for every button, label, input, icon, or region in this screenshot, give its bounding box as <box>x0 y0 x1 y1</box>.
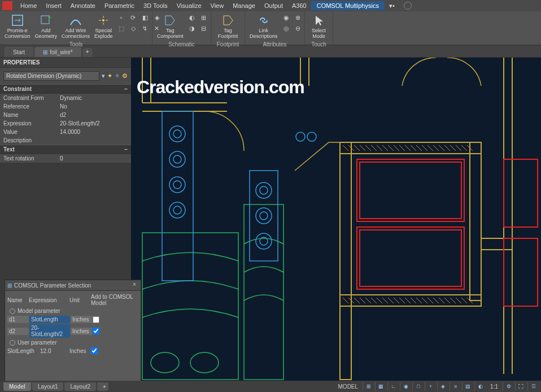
tab-add-button[interactable]: + <box>82 48 93 57</box>
ribbon-group-tools: Promis-e Conversion + Add Geometry Add W… <box>0 11 152 45</box>
svg-point-35 <box>296 132 305 141</box>
tag-component-button[interactable]: Tag Component <box>156 12 185 41</box>
svg-rect-4 <box>340 142 481 154</box>
menu-home[interactable]: Home <box>16 1 41 10</box>
lock-icon: ⊞ <box>43 49 47 55</box>
tab-layout2[interactable]: Layout2 <box>64 382 96 391</box>
user-param-row[interactable]: SlotLength 12.0 Inches <box>7 347 138 355</box>
constraint-form-value[interactable]: Dynamic <box>60 95 82 101</box>
drawing-canvas[interactable]: Crackedversion.com <box>131 58 541 381</box>
tag-icon <box>163 14 177 27</box>
snap-icon[interactable]: ▦ <box>375 382 386 391</box>
prop-tool-2-icon[interactable]: ✧ <box>115 72 120 80</box>
menu-visualize[interactable]: Visualize <box>172 1 206 10</box>
menu-3dtools[interactable]: 3D Tools <box>139 1 172 10</box>
link-descriptions-button[interactable]: Link Descriptions <box>248 12 279 41</box>
param-row-d1[interactable]: d1 SlotLength Inches <box>7 315 138 324</box>
attr-tool-1[interactable]: ◉ <box>281 12 291 23</box>
geometry-icon: + <box>39 14 53 27</box>
schem-tool-1[interactable]: ◐ <box>187 12 197 23</box>
close-icon[interactable]: × <box>130 281 138 289</box>
ribbon-group-schematic: Tag Component ◐ ⊞ ◑ ⊟ Schematic <box>152 11 211 45</box>
schem-tool-4[interactable]: ⊟ <box>199 23 209 33</box>
svg-point-21 <box>173 130 181 138</box>
menu-view[interactable]: View <box>206 1 229 10</box>
section-constraint[interactable]: Constraint− <box>0 84 131 94</box>
properties-selector-dropdown[interactable]: Rotated Dimension (Dynamic) <box>3 71 99 81</box>
radio-icon <box>10 340 15 346</box>
svg-rect-14 <box>504 238 538 306</box>
menu-manage[interactable]: Manage <box>228 1 260 10</box>
menu-a360[interactable]: A360 <box>287 1 311 10</box>
fullscreen-icon[interactable]: ⛶ <box>515 382 526 391</box>
svg-point-33 <box>256 233 272 249</box>
promise-conversion-button[interactable]: Promis-e Conversion <box>3 12 32 41</box>
user-parameter-radio[interactable]: User parameter <box>7 338 138 347</box>
tab-model[interactable]: Model <box>3 382 31 391</box>
add-wire-button[interactable]: Add Wire Connections <box>60 12 91 41</box>
menu-parametric[interactable]: Parametric <box>100 1 139 10</box>
user-checkbox[interactable] <box>91 347 98 354</box>
collapse-icon: − <box>124 86 128 92</box>
tab-start[interactable]: Start <box>5 47 33 57</box>
attr-tool-3[interactable]: ◎ <box>281 23 291 33</box>
add-geometry-button[interactable]: + Add Geometry <box>34 12 59 41</box>
small-tool-2[interactable]: ⟳ <box>128 12 138 23</box>
menu-bar: Home Insert Annotate Parametric 3D Tools… <box>0 0 541 11</box>
3dosnap-icon[interactable]: ◈ <box>437 382 448 391</box>
menu-comsol[interactable]: COMSOL Multiphysics <box>311 1 385 10</box>
tag-footprint-button[interactable]: Tag Footprint <box>215 12 241 41</box>
conversion-icon <box>11 14 24 27</box>
small-tool-3[interactable]: ◧ <box>140 12 150 23</box>
svg-point-31 <box>256 208 272 224</box>
explode-icon <box>97 14 110 27</box>
svg-rect-9 <box>357 159 464 221</box>
dyninput-icon[interactable]: + <box>425 382 436 391</box>
osnap-icon[interactable]: □ <box>412 382 424 391</box>
small-tool-5[interactable]: ⬚ <box>116 23 126 33</box>
special-explode-button[interactable]: Special Explode <box>93 12 114 41</box>
d1-checkbox[interactable] <box>93 316 99 323</box>
attr-tool-4[interactable]: ⊖ <box>293 23 303 33</box>
tab-foil-wire[interactable]: ⊞foil_wire* <box>34 47 81 57</box>
grid-icon[interactable]: ⊞ <box>363 382 374 391</box>
prop-tool-1-icon[interactable]: ✦ <box>107 72 112 80</box>
expression-value[interactable]: 20-SlotLength/2 <box>60 120 100 127</box>
filter-icon[interactable]: ▾ <box>102 72 105 80</box>
d2-checkbox[interactable] <box>93 328 99 334</box>
menu-output[interactable]: Output <box>260 1 287 10</box>
param-row-d2[interactable]: d2 20-SlotLength/2 Inches <box>7 324 138 338</box>
model-parameter-radio[interactable]: Model parameter <box>7 307 138 315</box>
status-ratio[interactable]: 1:1 <box>487 384 501 390</box>
select-mode-button[interactable]: Select Mode <box>308 12 329 41</box>
search-icon[interactable] <box>404 2 412 10</box>
svg-rect-19 <box>162 111 193 281</box>
prop-tool-3-icon[interactable]: ⚙ <box>122 72 128 80</box>
menu-insert[interactable]: Insert <box>41 1 66 10</box>
tab-layout1[interactable]: Layout1 <box>32 382 64 391</box>
name-value[interactable]: d2 <box>60 112 66 118</box>
small-tool-7[interactable]: ↯ <box>140 23 150 33</box>
tab-add-layout[interactable]: + <box>97 382 108 391</box>
reference-value[interactable]: No <box>60 103 67 110</box>
text-rotation-value[interactable]: 0 <box>60 155 63 162</box>
small-tool-6[interactable]: ◇ <box>128 23 138 33</box>
svg-rect-28 <box>250 171 278 261</box>
value-value[interactable]: 14.0000 <box>60 129 80 135</box>
menu-annotate[interactable]: Annotate <box>66 1 100 10</box>
attr-tool-2[interactable]: ⊕ <box>293 12 303 23</box>
ortho-icon[interactable]: ∟ <box>387 382 399 391</box>
section-text[interactable]: Text− <box>0 145 131 154</box>
lineweight-icon[interactable]: ≡ <box>450 382 461 391</box>
schem-tool-2[interactable]: ⊞ <box>199 12 209 23</box>
dialog-icon: ⊞ <box>7 282 12 289</box>
cycling-icon[interactable]: ◐ <box>474 382 486 391</box>
small-tool-1[interactable]: ▫ <box>116 12 126 23</box>
ribbon-group-attributes: Link Descriptions ◉ ⊕ ◎ ⊖ Attributes <box>245 11 305 45</box>
polar-icon[interactable]: ◉ <box>400 382 411 391</box>
transparency-icon[interactable]: ▤ <box>462 382 473 391</box>
schem-tool-3[interactable]: ◑ <box>187 23 197 33</box>
gear-icon[interactable]: ⚙ <box>503 382 514 391</box>
customize-icon[interactable]: ☰ <box>527 382 539 391</box>
menu-expand-icon[interactable]: ▾• <box>385 1 399 11</box>
